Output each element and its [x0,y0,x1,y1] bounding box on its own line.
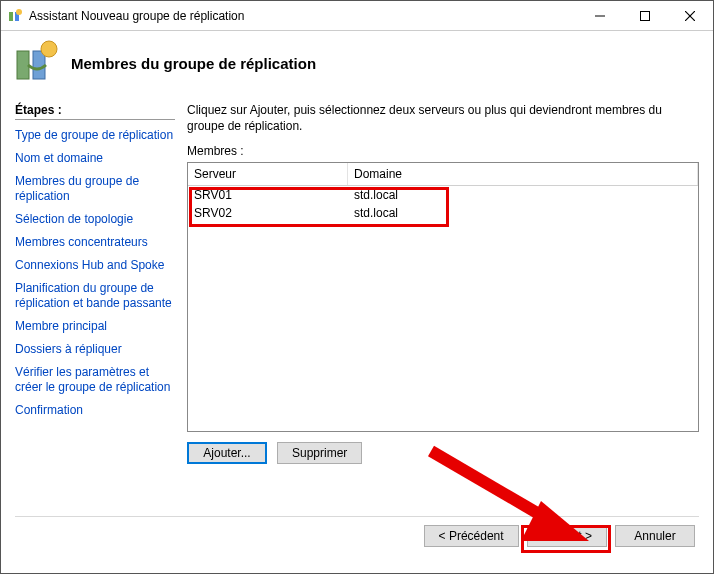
maximize-button[interactable] [622,1,667,30]
step-confirmation[interactable]: Confirmation [15,403,175,418]
close-button[interactable] [667,1,713,30]
next-button[interactable]: Suivant > [527,525,607,547]
step-hub-spoke[interactable]: Connexions Hub and Spoke [15,258,175,273]
cell-domain: std.local [348,186,698,204]
col-domain[interactable]: Domaine [348,163,698,185]
step-type[interactable]: Type de groupe de réplication [15,128,175,143]
svg-rect-0 [9,12,13,21]
step-name-domain[interactable]: Nom et domaine [15,151,175,166]
svg-point-9 [41,41,57,57]
steps-sidebar: Étapes : Type de groupe de réplication N… [15,103,175,517]
add-button[interactable]: Ajouter... [187,442,267,464]
app-icon [7,8,23,24]
cell-server: SRV02 [188,204,348,222]
window-title: Assistant Nouveau groupe de réplication [29,9,577,23]
members-table[interactable]: Serveur Domaine SRV01 std.local SRV02 st… [187,162,699,432]
window-controls [577,1,713,30]
members-label: Membres : [187,144,699,158]
step-members[interactable]: Membres du groupe de réplication [15,174,175,204]
steps-heading: Étapes : [15,103,175,120]
svg-rect-4 [640,11,649,20]
step-hub-members[interactable]: Membres concentrateurs [15,235,175,250]
previous-button[interactable]: < Précédent [424,525,519,547]
step-topology[interactable]: Sélection de topologie [15,212,175,227]
table-action-buttons: Ajouter... Supprimer [187,442,699,464]
body: Étapes : Type de groupe de réplication N… [1,103,713,517]
step-primary-member[interactable]: Membre principal [15,319,175,334]
footer-separator [15,516,699,517]
wizard-window: Assistant Nouveau groupe de réplication … [0,0,714,574]
replication-group-icon [13,39,61,87]
step-schedule-bandwidth[interactable]: Planification du groupe de réplication e… [15,281,175,311]
svg-point-2 [16,9,22,15]
remove-button[interactable]: Supprimer [277,442,362,464]
main-panel: Cliquez sur Ajouter, puis sélectionnez d… [175,103,699,517]
svg-rect-7 [17,51,29,79]
step-review-create[interactable]: Vérifier les paramètres et créer le grou… [15,365,175,395]
col-server[interactable]: Serveur [188,163,348,185]
cell-domain: std.local [348,204,698,222]
cell-server: SRV01 [188,186,348,204]
table-header: Serveur Domaine [188,163,698,186]
minimize-button[interactable] [577,1,622,30]
titlebar: Assistant Nouveau groupe de réplication [1,1,713,31]
instruction-text: Cliquez sur Ajouter, puis sélectionnez d… [187,103,699,134]
table-row[interactable]: SRV01 std.local [188,186,698,204]
page-header: Membres du groupe de réplication [1,31,713,103]
wizard-footer: < Précédent Suivant > Annuler [1,517,713,573]
step-folders[interactable]: Dossiers à répliquer [15,342,175,357]
page-title: Membres du groupe de réplication [71,55,316,72]
table-row[interactable]: SRV02 std.local [188,204,698,222]
cancel-button[interactable]: Annuler [615,525,695,547]
